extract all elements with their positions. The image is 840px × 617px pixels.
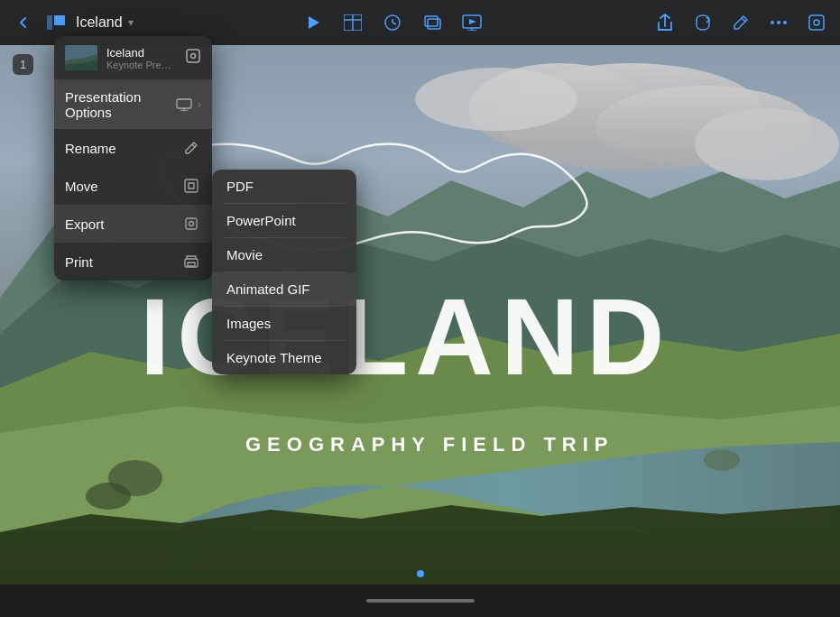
move-label: Move bbox=[65, 179, 181, 194]
slides-panel-button[interactable] bbox=[43, 10, 69, 35]
move-icon bbox=[181, 176, 201, 196]
slide-counter: 1 bbox=[13, 54, 33, 75]
chevron-right-icon: › bbox=[198, 98, 201, 111]
svg-point-41 bbox=[189, 222, 194, 226]
nav-dot bbox=[417, 570, 424, 577]
presentation-options-label: Presentation Options bbox=[65, 89, 174, 120]
menu-item-presentation-options[interactable]: Presentation Options › bbox=[54, 80, 212, 129]
images-label: Images bbox=[226, 316, 271, 331]
svg-point-4 bbox=[695, 108, 839, 180]
svg-rect-20 bbox=[425, 16, 438, 26]
menu-file-subtitle: Keynote Presentation... bbox=[106, 60, 176, 70]
svg-rect-12 bbox=[54, 15, 65, 25]
menu-file-thumbnail bbox=[65, 45, 97, 70]
svg-line-38 bbox=[192, 144, 195, 147]
menu-item-rename[interactable]: Rename bbox=[54, 129, 212, 167]
menu-file-name: Iceland bbox=[106, 46, 176, 60]
document-title: Iceland bbox=[76, 14, 123, 31]
powerpoint-label: PowerPoint bbox=[226, 213, 296, 228]
menu-file-header[interactable]: Iceland Keynote Presentation... bbox=[54, 36, 212, 80]
export-icon bbox=[181, 214, 201, 234]
export-submenu: PDF PowerPoint Movie Animated GIF Images… bbox=[212, 170, 356, 374]
document-name-button[interactable]: Iceland ▾ bbox=[76, 14, 134, 31]
print-label: Print bbox=[65, 254, 181, 270]
clock-button[interactable] bbox=[380, 10, 405, 35]
pdf-label: PDF bbox=[226, 179, 254, 194]
svg-line-19 bbox=[392, 23, 396, 24]
export-images-item[interactable]: Images bbox=[212, 307, 356, 340]
layers-button[interactable] bbox=[420, 10, 445, 35]
loop-button[interactable] bbox=[690, 10, 715, 35]
save-button[interactable] bbox=[804, 10, 829, 35]
chevron-down-icon: ▾ bbox=[128, 16, 134, 29]
svg-marker-13 bbox=[309, 16, 319, 29]
export-pdf-item[interactable]: PDF bbox=[212, 170, 356, 203]
svg-point-31 bbox=[814, 20, 819, 25]
export-powerpoint-item[interactable]: PowerPoint bbox=[212, 204, 356, 237]
menu-item-export[interactable]: Export bbox=[54, 205, 212, 243]
svg-rect-21 bbox=[428, 19, 440, 29]
menu-item-print[interactable]: Print bbox=[54, 243, 212, 281]
present-button[interactable] bbox=[459, 10, 485, 35]
svg-point-8 bbox=[704, 449, 740, 471]
svg-rect-30 bbox=[809, 15, 824, 30]
title-bar-right bbox=[652, 10, 829, 35]
svg-rect-11 bbox=[47, 15, 52, 30]
svg-point-29 bbox=[783, 21, 787, 24]
movie-label: Movie bbox=[226, 247, 263, 262]
svg-line-26 bbox=[742, 18, 745, 22]
svg-point-27 bbox=[771, 21, 774, 24]
more-button[interactable] bbox=[766, 10, 791, 35]
back-button[interactable] bbox=[11, 10, 36, 35]
pen-button[interactable] bbox=[728, 10, 753, 35]
title-bar-left: Iceland ▾ bbox=[11, 10, 134, 35]
svg-rect-43 bbox=[188, 262, 195, 266]
menu-file-info: Iceland Keynote Presentation... bbox=[106, 46, 176, 70]
export-keynote-theme-item[interactable]: Keynote Theme bbox=[212, 341, 356, 374]
main-menu: Iceland Keynote Presentation... Presenta… bbox=[54, 36, 212, 281]
animated-gif-label: Animated GIF bbox=[226, 281, 310, 297]
rename-label: Rename bbox=[65, 141, 181, 156]
svg-rect-35 bbox=[177, 99, 191, 108]
presentation-options-icon bbox=[174, 95, 194, 115]
svg-point-34 bbox=[191, 54, 196, 59]
table-button[interactable] bbox=[340, 10, 365, 35]
file-action-icon[interactable] bbox=[185, 48, 201, 68]
menu-item-move[interactable]: Move bbox=[54, 167, 212, 205]
play-button[interactable] bbox=[300, 10, 326, 35]
svg-rect-39 bbox=[185, 180, 198, 192]
rename-icon bbox=[181, 138, 201, 158]
keynote-theme-label: Keynote Theme bbox=[226, 350, 322, 365]
share-button[interactable] bbox=[652, 10, 678, 35]
svg-text:GEOGRAPHY FIELD TRIP: GEOGRAPHY FIELD TRIP bbox=[245, 433, 614, 456]
bottom-bar bbox=[0, 585, 840, 617]
export-label: Export bbox=[65, 216, 181, 232]
export-movie-item[interactable]: Movie bbox=[212, 238, 356, 272]
print-icon bbox=[181, 252, 201, 272]
svg-rect-40 bbox=[186, 218, 197, 229]
svg-rect-33 bbox=[187, 50, 199, 62]
home-indicator bbox=[366, 599, 475, 603]
svg-point-5 bbox=[415, 68, 577, 131]
svg-marker-25 bbox=[469, 19, 476, 24]
slide-number: 1 bbox=[20, 58, 26, 71]
export-animated-gif-item[interactable]: Animated GIF bbox=[212, 272, 356, 306]
title-bar-center bbox=[300, 10, 485, 35]
svg-point-7 bbox=[86, 483, 131, 510]
svg-point-28 bbox=[777, 21, 780, 24]
dropdown-container: Iceland Keynote Presentation... Presenta… bbox=[54, 36, 212, 281]
